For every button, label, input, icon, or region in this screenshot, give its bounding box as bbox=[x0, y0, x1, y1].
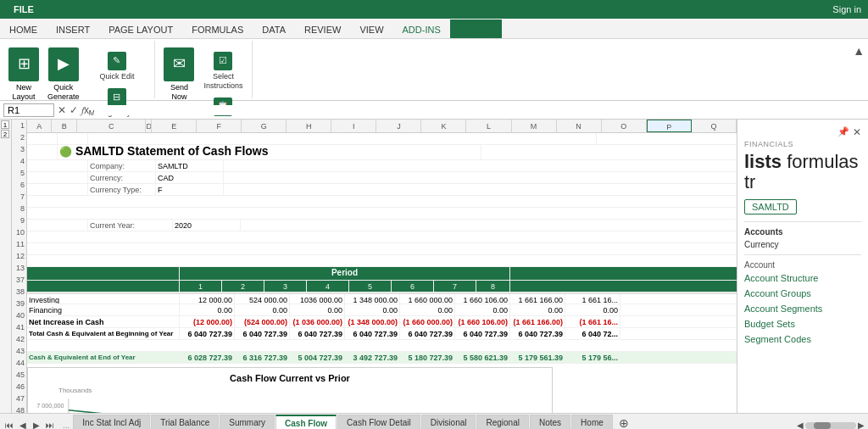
tab-summary[interactable]: Summary bbox=[220, 415, 275, 429]
panel-link-segment-codes[interactable]: Segment Codes bbox=[744, 334, 861, 344]
cell-financing-4[interactable]: 0.00 bbox=[345, 304, 400, 315]
formula-input[interactable] bbox=[94, 105, 865, 115]
tab-review[interactable]: REVIEW bbox=[295, 20, 350, 38]
cell-net-2[interactable]: (524 000.00) bbox=[235, 316, 290, 327]
formula-insert-icon[interactable]: 𝑓x bbox=[81, 104, 89, 116]
tab-bitools[interactable]: BI Tools bbox=[450, 20, 502, 38]
cell-cend-6[interactable]: 5 580 621.39 bbox=[455, 352, 510, 363]
quick-edit-button[interactable]: ✎ Quick Edit bbox=[85, 49, 150, 84]
tab-inc-stat[interactable]: Inc Stat Incl Adj bbox=[73, 415, 150, 429]
cell-financing-label[interactable]: Financing bbox=[27, 304, 180, 315]
cell-cend-7[interactable]: 5 179 561.39 bbox=[510, 352, 565, 363]
tab-view[interactable]: VIEW bbox=[350, 20, 392, 38]
tab-first-button[interactable]: ⏮ bbox=[3, 421, 15, 429]
select-instructions-button[interactable]: ☑ SelectInstructions bbox=[199, 49, 247, 93]
panel-link-budget-sets[interactable]: Budget Sets bbox=[744, 319, 861, 329]
cell-cend-1[interactable]: 6 028 727.39 bbox=[180, 352, 235, 363]
cell-tbeg-7[interactable]: 6 040 727.39 bbox=[510, 328, 565, 339]
tab-prev-button[interactable]: ◀ bbox=[17, 421, 29, 429]
cell-currency-value[interactable]: CAD bbox=[156, 172, 224, 183]
tab-last-button[interactable]: ⏭ bbox=[44, 421, 56, 429]
cell-investing-3[interactable]: 1036 000.00 bbox=[290, 294, 345, 304]
scroll-right-btn[interactable]: ▶ bbox=[858, 421, 865, 429]
cell-cend-4[interactable]: 3 492 727.39 bbox=[345, 352, 400, 363]
panel-close-icon[interactable]: ✕ bbox=[853, 126, 861, 138]
cell-a1[interactable] bbox=[27, 133, 58, 144]
tab-addins[interactable]: ADD-INS bbox=[393, 20, 450, 38]
send-now-button[interactable]: ✉ SendNow bbox=[160, 46, 198, 103]
cell-net-4[interactable]: (1 348 000.00) bbox=[345, 316, 400, 327]
cell-a3[interactable] bbox=[27, 160, 88, 171]
new-layout-button[interactable]: ⊞ NewLayout bbox=[5, 46, 42, 103]
file-button[interactable]: FILE bbox=[7, 3, 41, 16]
cell-tbeg-4[interactable]: 6 040 727.39 bbox=[345, 328, 400, 339]
cell-p1[interactable]: 1 bbox=[180, 281, 222, 292]
tab-page-layout[interactable]: PAGE LAYOUT bbox=[99, 20, 182, 38]
cell-cend-8[interactable]: 5 179 56... bbox=[565, 352, 620, 363]
tab-home[interactable]: HOME bbox=[0, 20, 47, 38]
cell-net-6[interactable]: (1 660 106.00) bbox=[455, 316, 510, 327]
tab-notes[interactable]: Notes bbox=[530, 415, 570, 429]
tab-formulas[interactable]: FORMULAS bbox=[182, 20, 253, 38]
cell-net-7[interactable]: (1 661 166.00) bbox=[510, 316, 565, 327]
sign-in-button[interactable]: Sign in bbox=[832, 4, 861, 14]
panel-link-account-groups[interactable]: Account Groups bbox=[744, 288, 861, 298]
tab-next-button[interactable]: ▶ bbox=[31, 421, 42, 429]
cell-financing-2[interactable]: 0.00 bbox=[235, 304, 290, 315]
tab-trial-balance[interactable]: Trial Balance bbox=[151, 415, 219, 429]
tab-home[interactable]: Home bbox=[571, 415, 613, 429]
scroll-thumb[interactable] bbox=[814, 422, 831, 429]
tab-insert[interactable]: INSERT bbox=[47, 20, 99, 38]
cell-cash-end-label[interactable]: Cash & Equivalent at End of Year bbox=[27, 352, 180, 363]
tab-divisional[interactable]: Divisional bbox=[421, 415, 476, 429]
cell-b2-title[interactable]: 🟢 SAMLTD Statement of Cash Flows bbox=[58, 145, 481, 159]
cell-c1[interactable] bbox=[88, 133, 597, 144]
new-tab-button[interactable]: ⊕ bbox=[615, 416, 632, 429]
cell-financing-8[interactable]: 0.00 bbox=[565, 304, 620, 315]
cell-net-3[interactable]: (1 036 000.00) bbox=[290, 316, 345, 327]
group-level-1[interactable]: 1 bbox=[1, 120, 9, 129]
scroll-track[interactable] bbox=[805, 422, 856, 429]
cell-p2[interactable]: 2 bbox=[222, 281, 264, 292]
cell-investing-5[interactable]: 1 660 000.00 bbox=[400, 294, 455, 304]
cell-cend-3[interactable]: 5 004 727.39 bbox=[290, 352, 345, 363]
tab-cash-flow-detail[interactable]: Cash Flow Detail bbox=[337, 415, 420, 429]
cell-investing-1[interactable]: 12 000.00 bbox=[180, 294, 235, 304]
cell-a2[interactable] bbox=[27, 145, 58, 159]
panel-company-tag[interactable]: SAMLTD bbox=[744, 199, 797, 214]
cell-investing-7[interactable]: 1 661 166.00 bbox=[510, 294, 565, 304]
cell-company-label[interactable]: Company: bbox=[88, 160, 156, 171]
cell-net-1[interactable]: (12 000.00) bbox=[180, 316, 235, 327]
cell-tbeg-2[interactable]: 6 040 727.39 bbox=[235, 328, 290, 339]
tab-data[interactable]: DATA bbox=[253, 20, 295, 38]
cell-financing-1[interactable]: 0.00 bbox=[180, 304, 235, 315]
formula-confirm-icon[interactable]: ✓ bbox=[70, 104, 78, 116]
cell-net-8[interactable]: (1 661 16... bbox=[565, 316, 620, 327]
cell-b1[interactable] bbox=[58, 133, 88, 144]
cell-tbeg-5[interactable]: 6 040 727.39 bbox=[400, 328, 455, 339]
cell-tbeg-6[interactable]: 6 040 727.39 bbox=[455, 328, 510, 339]
cell-p7[interactable]: 7 bbox=[434, 281, 476, 292]
group-level-2[interactable]: 2 bbox=[1, 130, 9, 138]
cell-cend-5[interactable]: 5 180 727.39 bbox=[400, 352, 455, 363]
cell-p8[interactable]: 8 bbox=[476, 281, 510, 292]
ribbon-collapse-button[interactable]: ▲ bbox=[853, 44, 865, 58]
cell-a4[interactable] bbox=[27, 172, 88, 183]
cell-investing-label[interactable]: Investing bbox=[27, 294, 180, 304]
scroll-left-btn[interactable]: ◀ bbox=[797, 421, 804, 429]
cell-tbeg-8[interactable]: 6 040 72... bbox=[565, 328, 620, 339]
cell-investing-2[interactable]: 524 000.00 bbox=[235, 294, 290, 304]
cell-a5[interactable] bbox=[27, 184, 88, 195]
cell-investing-6[interactable]: 1 660 106.00 bbox=[455, 294, 510, 304]
cell-financing-6[interactable]: 0.00 bbox=[455, 304, 510, 315]
formula-cancel-icon[interactable]: ✕ bbox=[58, 104, 66, 116]
cell-currtype-value[interactable]: F bbox=[156, 184, 224, 195]
cell-cy-value[interactable]: 2020 bbox=[173, 220, 241, 231]
quick-generate-button[interactable]: ▶ QuickGenerate bbox=[44, 46, 83, 103]
cell-investing-4[interactable]: 1 348 000.00 bbox=[345, 294, 400, 304]
tab-regional[interactable]: Regional bbox=[476, 415, 528, 429]
cell-cend-2[interactable]: 6 316 727.39 bbox=[235, 352, 290, 363]
cell-p5[interactable]: 5 bbox=[349, 281, 392, 292]
tab-cash-flow[interactable]: Cash Flow bbox=[275, 415, 337, 429]
cell-period-label-blank[interactable] bbox=[27, 281, 180, 292]
